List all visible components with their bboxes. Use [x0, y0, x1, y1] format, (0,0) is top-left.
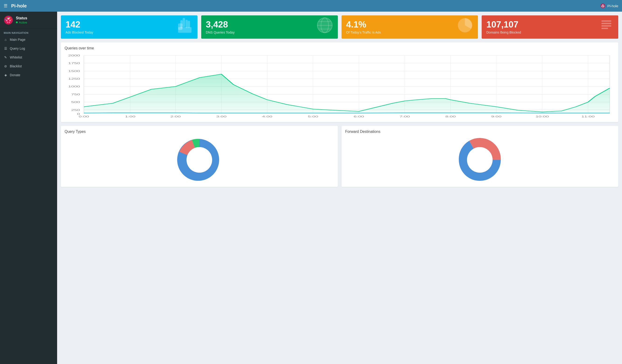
status-info: Status Active [16, 16, 27, 24]
home-icon: ⌂ [4, 38, 7, 41]
nav-section-label: MAIN NAVIGATION [0, 29, 57, 35]
svg-rect-38 [602, 28, 608, 29]
top-navigation: ☰ Pi-hole Pi-hole [0, 0, 622, 12]
stat-card-ads-blocked: 142 Ads Blocked Today [61, 15, 197, 39]
hamburger-icon[interactable]: ☰ [4, 3, 7, 8]
nav-label-whitelist: Whitelist [10, 56, 22, 59]
list-icon [598, 17, 615, 37]
brand-pi: Pi [11, 3, 16, 8]
svg-point-1 [603, 4, 603, 6]
svg-rect-27 [178, 27, 192, 33]
svg-text:1000: 1000 [68, 85, 80, 88]
svg-point-20 [11, 19, 12, 20]
svg-text:5:00: 5:00 [308, 115, 318, 118]
query-types-title: Query Types [65, 130, 334, 134]
svg-point-14 [10, 20, 11, 21]
svg-text:3:00: 3:00 [216, 115, 226, 118]
svg-point-2 [602, 6, 603, 6]
forward-destinations-section: Forward Destinations [342, 126, 619, 187]
sidebar-status: Status Active [0, 12, 57, 29]
query-types-section: Query Types [61, 126, 338, 187]
nav-left: ☰ Pi-hole [4, 3, 27, 9]
svg-text:1500: 1500 [68, 70, 80, 73]
traffic-value: 4.1% [346, 20, 381, 30]
ads-blocked-label: Ads Blocked Today [65, 31, 93, 34]
svg-rect-37 [602, 25, 611, 27]
main-content: 142 Ads Blocked Today [57, 12, 622, 364]
svg-rect-36 [602, 23, 611, 24]
status-dot [16, 21, 18, 23]
brand-logo: Pi-hole [11, 3, 27, 9]
svg-text:1:00: 1:00 [125, 115, 135, 118]
edit-icon: ✎ [4, 56, 7, 59]
svg-point-13 [6, 20, 7, 21]
svg-point-5 [603, 6, 604, 7]
svg-text:7:00: 7:00 [400, 115, 410, 118]
svg-point-3 [603, 6, 604, 6]
svg-point-16 [9, 22, 10, 23]
forward-dest-svg [456, 136, 503, 183]
svg-point-4 [602, 6, 603, 7]
sidebar-item-blacklist[interactable]: ⊘ Blacklist [0, 62, 57, 71]
user-label: Pi-hole [607, 4, 618, 8]
sidebar-item-main-page[interactable]: ⌂ Main Page [0, 35, 57, 44]
sidebar-nav-list: ⌂ Main Page ☰ Query Log ✎ Whitelist ⊘ [0, 35, 57, 79]
svg-point-83 [467, 147, 493, 173]
query-types-chart [65, 136, 334, 183]
status-badge: Active [16, 21, 27, 24]
svg-point-15 [7, 22, 8, 23]
pie-chart-icon [456, 16, 474, 38]
svg-text:6:00: 6:00 [354, 115, 364, 118]
stats-row: 142 Ads Blocked Today [61, 15, 618, 39]
stat-card-dns-queries: 3,428 DNS Queries Today [201, 15, 338, 39]
stat-card-traffic: 4.1% Of Today's Traffic Is Ads [342, 15, 478, 39]
sidebar: Status Active MAIN NAVIGATION ⌂ Main Pag… [0, 12, 57, 364]
nav-right: Pi-hole [600, 3, 618, 8]
queries-chart-svg: 2000 1750 1500 1250 1000 750 500 250 0 [65, 53, 615, 118]
svg-point-17 [6, 18, 8, 19]
svg-point-21 [8, 17, 9, 18]
brand-hole: -hole [16, 3, 27, 8]
svg-rect-22 [183, 18, 185, 27]
svg-text:4:00: 4:00 [262, 115, 272, 118]
globe-icon [315, 16, 334, 38]
dns-queries-label: DNS Queries Today [206, 31, 234, 34]
hand-icon [175, 16, 194, 38]
svg-rect-23 [186, 20, 188, 28]
sidebar-item-whitelist[interactable]: ✎ Whitelist [0, 53, 57, 62]
main-layout: Status Active MAIN NAVIGATION ⌂ Main Pag… [0, 12, 622, 364]
svg-point-19 [5, 19, 6, 20]
nav-label-main-page: Main Page [10, 38, 25, 41]
svg-point-82 [187, 147, 212, 173]
domains-label: Domains Being Blocked [486, 31, 521, 34]
status-active-text: Active [19, 21, 27, 24]
nav-label-donate: Donate [10, 73, 20, 77]
ads-blocked-value: 142 [65, 20, 93, 30]
svg-text:2:00: 2:00 [170, 115, 181, 118]
svg-point-0 [601, 3, 605, 8]
svg-rect-24 [188, 21, 190, 28]
queries-chart-title: Queries over time [65, 46, 615, 50]
svg-point-12 [8, 18, 9, 19]
queries-chart-section: Queries over time 2000 1750 1500 1250 10… [61, 42, 618, 122]
sidebar-item-query-log[interactable]: ☰ Query Log [0, 44, 57, 53]
svg-text:10:00: 10:00 [536, 115, 549, 118]
stat-card-domains: 107,107 Domains Being Blocked [482, 15, 618, 39]
svg-rect-35 [602, 20, 611, 22]
svg-text:500: 500 [71, 101, 80, 103]
domains-value: 107,107 [486, 20, 521, 30]
pihole-logo [4, 15, 13, 25]
nav-label-query-log: Query Log [10, 47, 25, 50]
queries-chart-container: 2000 1750 1500 1250 1000 750 500 250 0 [65, 53, 615, 118]
svg-text:250: 250 [71, 109, 80, 111]
bottom-charts-row: Query Types [61, 126, 618, 187]
file-icon: ☰ [4, 47, 7, 50]
sidebar-item-donate[interactable]: ◈ Donate [0, 71, 57, 79]
nav-label-blacklist: Blacklist [10, 64, 22, 68]
svg-text:8:00: 8:00 [445, 115, 456, 118]
svg-text:11:00: 11:00 [582, 115, 595, 118]
forward-destinations-title: Forward Destinations [345, 130, 615, 134]
traffic-label: Of Today's Traffic Is Ads [346, 31, 381, 34]
svg-text:0:00: 0:00 [79, 115, 89, 118]
svg-text:750: 750 [71, 93, 80, 96]
